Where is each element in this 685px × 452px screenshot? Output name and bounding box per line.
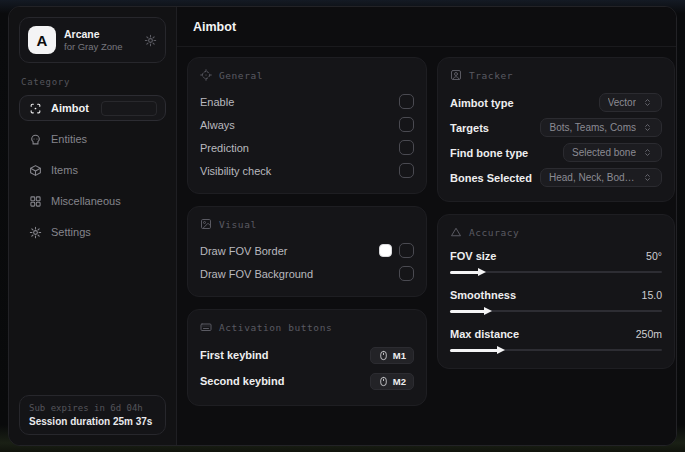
brand-subtitle: for Gray Zone	[64, 41, 136, 53]
targets-select[interactable]: Bots, Teams, Coms	[540, 118, 662, 137]
gear-icon	[29, 226, 42, 239]
fov-size-slider[interactable]	[450, 267, 662, 277]
setting-row-second-keybind: Second keybind M2	[200, 368, 414, 394]
triangle-icon	[450, 226, 462, 238]
sidebar-item-items[interactable]: Items	[19, 157, 166, 183]
sidebar-item-entities[interactable]: Entities	[19, 126, 166, 152]
bones-selected-select[interactable]: Head, Neck, Body, Pe..	[540, 168, 662, 187]
select-value: Bots, Teams, Coms	[549, 122, 636, 133]
fov-size-value: 50°	[646, 250, 662, 262]
crosshair-icon	[29, 102, 42, 115]
sub-expires-text: Sub expires in 6d 04h	[29, 403, 156, 413]
mouse-icon	[378, 350, 389, 361]
second-keybind-button[interactable]: M2	[370, 373, 414, 390]
keybind-value: M1	[393, 350, 406, 361]
category-label: Category	[21, 77, 164, 87]
draw-fov-background-checkbox[interactable]	[399, 266, 414, 281]
prediction-checkbox[interactable]	[399, 140, 414, 155]
setting-row-targets: Targets Bots, Teams, Coms	[450, 115, 662, 140]
keybind-value: M2	[393, 376, 406, 387]
slider-thumb[interactable]	[497, 346, 505, 354]
setting-row-find-bone-type: Find bone type Selected bone	[450, 140, 662, 165]
enable-checkbox[interactable]	[399, 94, 414, 109]
always-checkbox[interactable]	[399, 117, 414, 132]
setting-label: Targets	[450, 122, 489, 134]
accuracy-card: Accuracy FOV size 50°	[437, 214, 675, 369]
brand-card: A Arcane for Gray Zone	[19, 17, 166, 63]
sidebar-nav: Aimbot Entities Items	[19, 95, 166, 245]
mouse-icon	[378, 376, 389, 387]
setting-row-prediction: Prediction	[200, 136, 414, 159]
image-icon	[200, 218, 212, 230]
sidebar-item-miscellaneous[interactable]: Miscellaneous	[19, 188, 166, 214]
setting-row-visibility-check: Visibility check	[200, 159, 414, 182]
skull-icon	[29, 133, 42, 146]
tracker-card: Tracker Aimbot type Vector Targets Bots,…	[437, 57, 675, 202]
card-title: General	[219, 70, 263, 81]
setting-row-always: Always	[200, 113, 414, 136]
sidebar-item-settings[interactable]: Settings	[19, 219, 166, 245]
session-duration-text: Session duration 25m 37s	[29, 416, 156, 427]
session-card: Sub expires in 6d 04h Session duration 2…	[19, 395, 166, 435]
setting-label: Draw FOV Background	[200, 268, 313, 280]
visual-card: Visual Draw FOV Border Draw FOV Backgrou…	[187, 206, 427, 297]
sidebar-item-label: Aimbot	[51, 102, 89, 114]
sidebar-item-label: Miscellaneous	[51, 195, 121, 207]
sidebar-item-label: Items	[51, 164, 78, 176]
brand-logo: A	[28, 26, 56, 54]
slider-thumb[interactable]	[478, 268, 486, 276]
watermark	[101, 101, 157, 116]
select-value: Vector	[608, 97, 636, 108]
max-distance-value: 250m	[636, 328, 662, 340]
setting-label: Always	[200, 119, 235, 131]
visibility-check-checkbox[interactable]	[399, 163, 414, 178]
slider-thumb[interactable]	[484, 307, 492, 315]
setting-label: Aimbot type	[450, 97, 514, 109]
gear-icon[interactable]	[144, 34, 157, 47]
setting-row-draw-fov-border: Draw FOV Border	[200, 239, 414, 262]
setting-label: FOV size	[450, 250, 496, 262]
activation-buttons-card: Activation buttons First keybind M1 Seco…	[187, 309, 427, 406]
sidebar-item-label: Settings	[51, 226, 91, 238]
setting-row-aimbot-type: Aimbot type Vector	[450, 90, 662, 115]
draw-fov-border-checkbox[interactable]	[399, 243, 414, 258]
keyboard-icon	[200, 321, 212, 333]
setting-row-smoothness: Smoothness 15.0	[450, 286, 662, 316]
setting-label: Draw FOV Border	[200, 245, 287, 257]
package-icon	[29, 164, 42, 177]
sidebar-item-aimbot[interactable]: Aimbot	[19, 95, 166, 121]
card-title: Accuracy	[469, 227, 519, 238]
sidebar: A Arcane for Gray Zone Category Aimbot	[9, 7, 177, 445]
setting-label: Bones Selected	[450, 172, 532, 184]
max-distance-slider[interactable]	[450, 345, 662, 355]
sidebar-item-label: Entities	[51, 133, 87, 145]
setting-label: Find bone type	[450, 147, 528, 159]
setting-label: Enable	[200, 96, 234, 108]
select-expand-icon	[642, 147, 653, 158]
setting-row-first-keybind: First keybind M1	[200, 342, 414, 368]
setting-label: Prediction	[200, 142, 249, 154]
setting-row-fov-size: FOV size 50°	[450, 247, 662, 277]
general-card: General Enable Always Prediction	[187, 57, 427, 194]
setting-label: Visibility check	[200, 165, 271, 177]
app-window: A Arcane for Gray Zone Category Aimbot	[8, 6, 677, 446]
card-title: Activation buttons	[219, 322, 332, 333]
setting-row-bones-selected: Bones Selected Head, Neck, Body, Pe..	[450, 165, 662, 190]
main-area: Aimbot General Enable	[177, 7, 677, 445]
select-expand-icon	[642, 172, 653, 183]
smoothness-value: 15.0	[642, 289, 662, 301]
crosshair-icon	[200, 69, 212, 81]
brand-name: Arcane	[64, 28, 136, 41]
fov-border-color-swatch[interactable]	[379, 244, 392, 257]
first-keybind-button[interactable]: M1	[370, 347, 414, 364]
smoothness-slider[interactable]	[450, 306, 662, 316]
content: General Enable Always Prediction	[177, 47, 677, 406]
find-bone-type-select[interactable]: Selected bone	[563, 143, 662, 162]
setting-label: Max distance	[450, 328, 519, 340]
page-title: Aimbot	[193, 20, 236, 34]
grid-icon	[29, 195, 42, 208]
aimbot-type-select[interactable]: Vector	[599, 93, 662, 112]
setting-row-enable: Enable	[200, 90, 414, 113]
select-expand-icon	[642, 97, 653, 108]
setting-row-max-distance: Max distance 250m	[450, 325, 662, 355]
